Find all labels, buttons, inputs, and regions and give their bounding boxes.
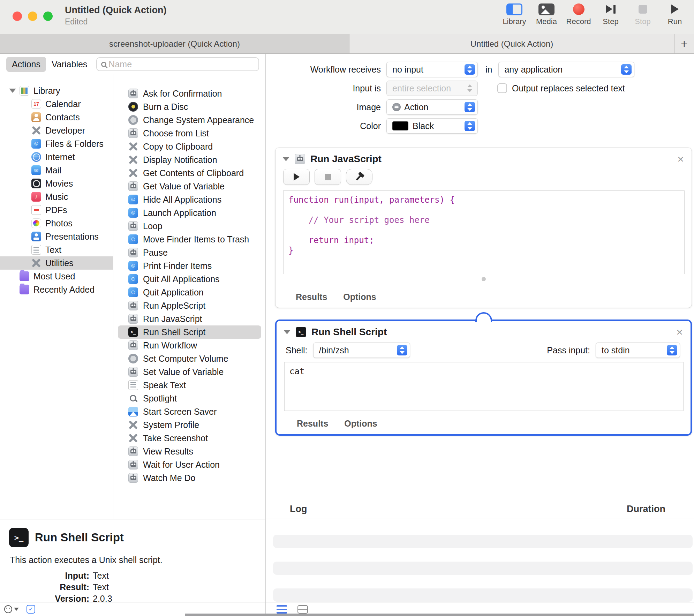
sidebar-library-item[interactable]: PDFs	[0, 203, 113, 217]
action-list-item[interactable]: Set Value of Variable	[118, 365, 261, 378]
action-list-item[interactable]: Run Workflow	[118, 339, 261, 352]
action-list-item[interactable]: Hide All Applications	[118, 193, 261, 206]
action-list-item[interactable]: Move Finder Items to Trash	[118, 233, 261, 246]
document-tab[interactable]: Untitled (Quick Action)	[349, 34, 674, 53]
output-replaces-checkbox[interactable]	[497, 83, 507, 93]
remove-action-button[interactable]: ×	[676, 326, 683, 338]
action-list-item[interactable]: Quit All Applications	[118, 272, 261, 286]
options-toggle[interactable]: Options	[343, 292, 376, 302]
resize-handle[interactable]	[482, 277, 486, 281]
detail-field-label: Input:	[9, 570, 89, 581]
action-list-item[interactable]: Take Screenshot	[118, 431, 261, 445]
action-list-item[interactable]: Run Shell Script	[118, 325, 261, 339]
sidebar-library-item[interactable]: Photos	[0, 217, 113, 230]
toolbar-item[interactable]: Library	[501, 3, 527, 26]
options-toggle[interactable]: Options	[344, 419, 377, 429]
action-list-item[interactable]: View Results	[118, 445, 261, 458]
sidebar-segment[interactable]: Variables	[46, 57, 93, 72]
sidebar-segment[interactable]: Actions	[6, 57, 46, 72]
action-list-item[interactable]: Set Computer Volume	[118, 352, 261, 365]
action-list-item[interactable]: Choose from List	[118, 127, 261, 140]
sidebar-library-item[interactable]: Music	[0, 190, 113, 203]
toolbar-item[interactable]: Step	[598, 3, 624, 26]
toolbar-item[interactable]: Stop	[630, 3, 656, 26]
sidebar-library-item[interactable]: Library	[0, 84, 113, 97]
finder-icon	[128, 287, 138, 297]
workflow-application-popup[interactable]: any application	[498, 62, 634, 77]
search-input[interactable]	[108, 59, 258, 69]
action-list-item[interactable]: Display Notification	[118, 153, 261, 166]
sidebar: Actions Variables Library Calendar Conta…	[0, 54, 266, 616]
action-list-item[interactable]: Launch Application	[118, 206, 261, 219]
image-popup[interactable]: Action	[386, 99, 478, 115]
action-list-item[interactable]: Loop	[118, 219, 261, 233]
action-list-item[interactable]: Start Screen Saver	[118, 405, 261, 418]
action-list-item[interactable]: Pause	[118, 246, 261, 259]
sidebar-library-item[interactable]: Presentations	[0, 230, 113, 243]
stop-script-button[interactable]	[315, 169, 341, 185]
color-popup[interactable]: Black	[386, 118, 478, 134]
collapse-chevron-icon[interactable]	[282, 157, 289, 161]
sidebar-library-item[interactable]: Most Used	[0, 270, 113, 283]
shell-popup[interactable]: /bin/zsh	[313, 343, 410, 358]
popup-value: Action	[404, 102, 428, 112]
media-picker-button[interactable]	[4, 605, 19, 613]
minimize-window-button[interactable]	[28, 12, 37, 21]
action-list-item[interactable]: Get Value of Variable	[118, 180, 261, 193]
action-list-item[interactable]: Run AppleScript	[118, 299, 261, 312]
document-tab[interactable]: screenshot-uploader (Quick Action)	[0, 34, 349, 53]
sidebar-library-item[interactable]: Mail	[0, 164, 113, 177]
sidebar-library-item[interactable]: Utilities	[0, 256, 113, 270]
tab-label: Untitled (Quick Action)	[470, 39, 553, 49]
remove-action-button[interactable]: ×	[677, 153, 684, 165]
action-list-item[interactable]: Wait for User Action	[118, 458, 261, 471]
wrench-icon	[128, 420, 138, 430]
toolbar-item[interactable]: Media	[534, 3, 559, 26]
sidebar-library-item[interactable]: Recently Added	[0, 283, 113, 296]
snippets-checkbox-icon[interactable]: ✓	[27, 605, 35, 614]
action-list-item[interactable]: Burn a Disc	[118, 100, 261, 113]
finder-icon	[128, 234, 138, 244]
action-list-item[interactable]: System Profile	[118, 418, 261, 431]
action-list-item[interactable]: Spotlight	[118, 392, 261, 405]
workflow-receives-popup[interactable]: no input	[386, 62, 478, 77]
javascript-code-editor[interactable]: function run(input, parameters) { // You…	[283, 190, 685, 274]
results-toggle[interactable]: Results	[297, 419, 328, 429]
robot-icon	[128, 248, 138, 257]
toolbar-item[interactable]: Run	[662, 3, 688, 26]
action-list-item[interactable]: Change System Appearance	[118, 113, 261, 127]
rows-view-icon[interactable]	[297, 605, 308, 614]
build-script-button[interactable]	[346, 169, 372, 185]
sidebar-library-item[interactable]: Movies	[0, 177, 113, 190]
action-list-item[interactable]: Watch Me Do	[118, 471, 261, 484]
action-list-item[interactable]: Quit Application	[118, 286, 261, 299]
sidebar-library-item[interactable]: Developer	[0, 124, 113, 137]
workflow-receives-label: Workflow receives	[266, 65, 386, 75]
toolbar-item[interactable]: Record	[566, 3, 591, 26]
action-list-item[interactable]: Speak Text	[118, 378, 261, 392]
search-field[interactable]	[96, 57, 259, 71]
sidebar-library-item[interactable]: Text	[0, 243, 113, 256]
results-toggle[interactable]: Results	[296, 292, 327, 302]
close-window-button[interactable]	[13, 12, 22, 21]
disclosure-triangle-icon[interactable]	[9, 89, 16, 93]
run-script-button[interactable]	[283, 169, 310, 185]
gear-icon	[128, 354, 138, 363]
action-list-item[interactable]: Print Finder Items	[118, 259, 261, 272]
collapse-chevron-icon[interactable]	[284, 330, 291, 334]
chevron-down-icon	[14, 608, 19, 611]
sidebar-library-item[interactable]: Internet	[0, 150, 113, 164]
action-list-item[interactable]: Ask for Confirmation	[118, 87, 261, 100]
list-view-icon[interactable]	[277, 605, 287, 614]
zoom-window-button[interactable]	[43, 12, 53, 21]
sidebar-library-item[interactable]: Files & Folders	[0, 137, 113, 150]
pass-input-popup[interactable]: to stdin	[596, 343, 680, 358]
sidebar-library-item[interactable]: Contacts	[0, 111, 113, 124]
pass-input-label: Pass input:	[547, 345, 590, 355]
shell-code-editor[interactable]: cat	[284, 362, 684, 411]
action-list-item[interactable]: Copy to Clipboard	[118, 140, 261, 153]
action-list-item[interactable]: Run JavaScript	[118, 312, 261, 325]
new-tab-button[interactable]: +	[674, 34, 694, 53]
action-list-item[interactable]: Get Contents of Clipboard	[118, 166, 261, 180]
sidebar-library-item[interactable]: Calendar	[0, 97, 113, 111]
